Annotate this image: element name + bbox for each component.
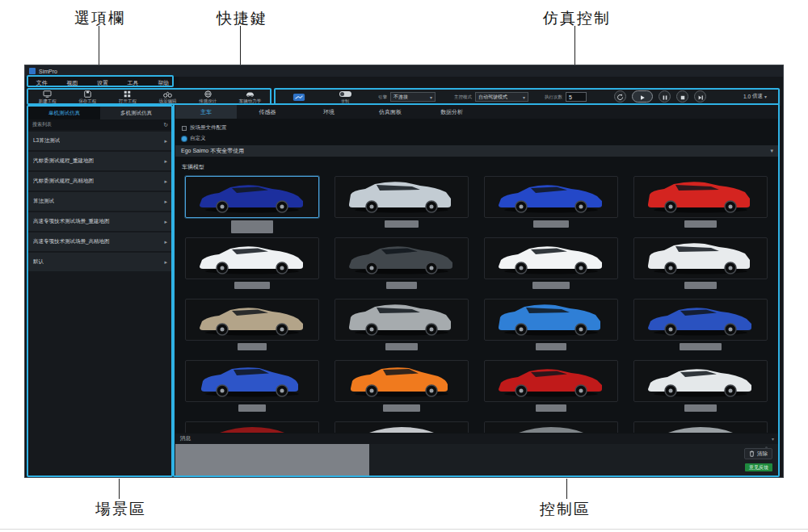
toolbar-button[interactable]: 场景编辑 [159, 90, 177, 104]
checkbox-icon[interactable] [182, 126, 187, 131]
chevron-down-icon[interactable]: ▾ [772, 436, 774, 442]
main-tabs: 主车传感器环境仿真面板数据分析 [175, 105, 779, 119]
stop-button[interactable] [676, 90, 688, 103]
sidebar-tab[interactable]: 多机测试仿真 [100, 107, 172, 119]
toolbar-button[interactable]: 新建工程 [39, 90, 57, 104]
main-tab[interactable]: 传感器 [237, 105, 298, 119]
vehicle-tile[interactable] [633, 176, 768, 218]
monitor-icon [43, 90, 52, 98]
vehicle-tile[interactable] [484, 299, 618, 341]
runs-group: 执行次数 5 [545, 92, 587, 102]
scenario-list-item[interactable]: 默认 ▸ [28, 253, 172, 271]
vehicle-tile[interactable] [335, 360, 469, 402]
step-button[interactable] [694, 90, 706, 103]
vehicle-tile[interactable] [335, 237, 469, 279]
main-panel: 主车传感器环境仿真面板数据分析 按场景文件配置 自定义 Ego Saimo 不安… [175, 105, 779, 477]
vehicle-tile[interactable] [185, 360, 319, 402]
vehicle-tile[interactable] [633, 360, 768, 402]
vehicle-grid-partial-row [185, 421, 768, 433]
expand-arrow-icon[interactable]: ▸ [164, 178, 167, 185]
scenario-list-item[interactable]: L3算法测试 ▸ [28, 132, 172, 150]
scenario-list-item[interactable]: 高速专项技术测试场景_重建地图 ▸ [28, 212, 172, 231]
vehicle-tile[interactable] [484, 237, 618, 279]
vehicle-caption-redacted [386, 282, 417, 289]
engine-select[interactable]: 不连接 ▾ [390, 92, 436, 102]
clear-button[interactable]: 清除 [744, 448, 772, 459]
sidebar-tab[interactable]: 单机测试仿真 [28, 107, 100, 119]
scenario-list-item[interactable]: 高速专项技术测试场景_高精地图 ▸ [28, 232, 172, 251]
vehicle-tile-partial[interactable] [185, 421, 319, 433]
main-tab[interactable]: 环境 [298, 105, 360, 119]
custom-radio-row[interactable]: 自定义 [182, 135, 206, 142]
vehicle-tile[interactable] [335, 299, 469, 341]
record-label: 录制 [333, 98, 357, 103]
toolbar-button[interactable]: 保存工程 [78, 90, 96, 104]
vehicle-tile[interactable] [185, 176, 319, 218]
mode-select[interactable]: 自动驾驶模式 ▾ [475, 92, 528, 102]
menu-item[interactable]: 帮助 [158, 79, 169, 87]
scenario-list-item[interactable]: 算法测试 ▸ [28, 192, 172, 211]
binoculars-icon [163, 90, 172, 98]
expand-arrow-icon[interactable]: ▸ [164, 259, 167, 266]
vehicle-caption-redacted [238, 343, 267, 350]
scene-file-checkbox-row[interactable]: 按场景文件配置 [182, 124, 227, 132]
vehicle-tile[interactable] [633, 237, 768, 279]
vehicle-tile[interactable] [335, 176, 469, 218]
vehicle-image [341, 177, 462, 217]
menu-item[interactable]: 视图 [66, 79, 78, 87]
annotation-line [119, 479, 120, 499]
vehicle-tile-partial[interactable] [633, 421, 768, 433]
message-label: 消息 [180, 435, 191, 442]
vehicle-tile[interactable] [484, 360, 618, 402]
expand-arrow-icon[interactable]: ▸ [164, 239, 167, 245]
vehicle-image [490, 177, 612, 217]
feedback-badge[interactable]: 意见反馈 [745, 463, 772, 471]
scenario-list: L3算法测试 ▸ 汽标委测试规程_重建地图 ▸ 汽标委测试规程_高精地图 ▸ 算… [28, 130, 172, 271]
vehicle-caption-redacted [536, 404, 566, 412]
vehicle-tile-partial[interactable] [484, 421, 618, 433]
figure-bottom-rule [0, 529, 808, 530]
scenario-list-item[interactable]: 汽标委测试规程_高精地图 ▸ [28, 172, 172, 191]
vehicle-tile-partial[interactable] [335, 421, 469, 433]
vehicle-model-label: 车辆模型 [182, 163, 204, 171]
toggle-switch-icon[interactable] [339, 91, 351, 97]
speed-select[interactable]: 1.0 倍速 ▾ [743, 93, 767, 100]
search-label: 搜索列表 [32, 121, 52, 128]
play-button[interactable] [632, 90, 653, 103]
runs-label: 执行次数 [545, 94, 562, 100]
vehicle-caption-redacted [231, 220, 273, 233]
toolbar-button[interactable]: 传感设计 [199, 90, 217, 104]
radio-selected-icon[interactable] [182, 136, 187, 141]
reset-icon [617, 90, 624, 104]
ego-section-header[interactable]: Ego Saimo 不安全带使用 ▾ [175, 145, 779, 157]
vehicle-cell [484, 299, 618, 341]
vehicle-cell [185, 299, 319, 341]
toolbar-button[interactable]: 车辆动力学 [239, 90, 262, 104]
refresh-icon[interactable]: ↻ [163, 122, 168, 128]
main-tab[interactable]: 数据分析 [421, 105, 482, 119]
expand-arrow-icon[interactable]: ▸ [164, 199, 167, 205]
vehicle-caption-redacted [234, 282, 270, 289]
record-toggle[interactable]: 录制 [333, 91, 357, 103]
main-tab[interactable]: 仿真面板 [360, 105, 421, 119]
vehicle-tile[interactable] [185, 299, 319, 341]
vehicle-tile[interactable] [484, 176, 618, 218]
reset-button[interactable] [614, 90, 626, 103]
expand-arrow-icon[interactable]: ▸ [164, 158, 167, 165]
runs-input[interactable]: 5 [566, 92, 587, 102]
main-tab[interactable]: 主车 [175, 105, 237, 119]
menu-item[interactable]: 文件 [36, 79, 48, 87]
menu-item[interactable]: 工具 [128, 79, 139, 87]
expand-arrow-icon[interactable]: ▸ [164, 219, 167, 225]
expand-arrow-icon[interactable]: ▸ [164, 138, 167, 145]
vehicle-image [490, 300, 612, 340]
toolbar-button[interactable]: 打开工程 [119, 90, 137, 104]
vehicle-tile[interactable] [185, 237, 319, 279]
vehicle-caption-redacted [533, 220, 569, 228]
vehicle-image [640, 177, 761, 217]
menu-item[interactable]: 设置 [97, 79, 108, 87]
vehicle-caption-redacted [385, 343, 418, 350]
scenario-list-item[interactable]: 汽标委测试规程_重建地图 ▸ [28, 152, 172, 170]
vehicle-tile[interactable] [633, 299, 768, 341]
pause-button[interactable] [659, 90, 671, 103]
